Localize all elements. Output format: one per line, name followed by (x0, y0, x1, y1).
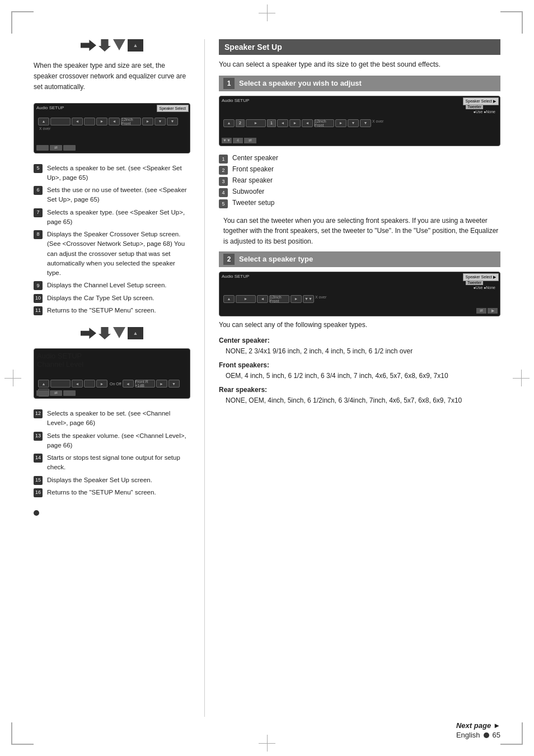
left-list-item: 5Selects a speaker to be set. (see <Spea… (34, 164, 190, 183)
speaker-badge: 4 (219, 188, 228, 197)
ctrl-btn: ▼ (168, 380, 180, 388)
step2-device-mockup: Audio SETUP Speaker Select ▶ Tweeter ●Us… (219, 272, 500, 316)
section-intro: You can select a speaker type and its si… (219, 59, 500, 70)
step1-device-label: Audio SETUP (222, 98, 249, 103)
ctrl-btn-s1: ▼ (348, 119, 359, 127)
icons-row-2: ▲ (34, 327, 190, 339)
item-text: Displays the Channel Level Setup screen. (47, 281, 167, 290)
item-badge: 6 (34, 186, 43, 195)
crosshair-right (513, 370, 530, 386)
ctrl-btn-s1: ► (246, 119, 266, 127)
ctrl-btn-s2: ▼▼ (303, 295, 314, 303)
item-text: Sets the speaker volume. (see <Channel L… (47, 431, 190, 451)
item-text: Selects a speaker to be set. (see <Speak… (47, 164, 190, 183)
speaker-type-values: OEM, 4 inch, 5 inch, 6 1/2 inch, 6 3/4 i… (219, 371, 500, 381)
item-badge: 13 (34, 432, 43, 441)
ctrl-btn: ◄ (109, 118, 120, 125)
ctrl-btn-s1: 12inch Front (314, 119, 334, 127)
item-badge: 14 (34, 454, 43, 463)
item-badge: 10 (34, 294, 43, 303)
speaker-type-values: NONE, OEM, 4inch, 5inch, 6 1/2inch, 6 3/… (219, 395, 500, 406)
left-list-item: 13Sets the speaker volume. (see <Channel… (34, 431, 190, 451)
ctrl-btn: 12inch Front (121, 118, 141, 125)
page-number: 65 (493, 731, 500, 739)
item-text: Selects a speaker to be set. (see <Chann… (47, 409, 190, 428)
ctrl-btn: ► (142, 118, 153, 125)
item-text: Selects a speaker type. (see <Speaker Se… (47, 208, 190, 227)
speaker-list-item: 3Rear speaker (219, 176, 500, 186)
step1-device-mockup: Audio SETUP Speaker Select ▶ Tweeter ●Us… (219, 96, 500, 146)
step2-device-label: Audio SETUP (222, 274, 249, 279)
speaker-list-item: 2Front speaker (219, 165, 500, 175)
item-badge: 11 (34, 306, 43, 315)
next-page-arrow: ► (493, 721, 500, 730)
ctrl-btn-s2: ► (291, 295, 302, 303)
speaker-badge: 1 (219, 155, 228, 164)
left-list-item: 8Displays the Speaker Crossover Setup sc… (34, 230, 190, 278)
speaker-types: Center speaker:NONE, 2 3/4x1 9/16 inch, … (219, 332, 500, 407)
ctrl-btn: ▲ (38, 380, 49, 388)
left-intro: When the speaker type and size are set, … (34, 60, 190, 93)
item-text: Starts or stops test signal tone output … (47, 453, 190, 473)
ctrl-btn (84, 380, 95, 388)
item-badge: 9 (34, 281, 43, 290)
left-list-item: 14Starts or stops test signal tone outpu… (34, 453, 190, 473)
item-text: Returns to the "SETUP Menu" screen. (47, 488, 156, 497)
device-mockup-2: Audio SETUP Channel Level ▲ ◄ ► On Off ◄… (34, 348, 190, 399)
ctrl-btn: ▲ (38, 118, 49, 125)
ctrl-btn-s1: ▼ (360, 119, 371, 127)
item-text: Displays the Speaker Set Up screen. (47, 475, 152, 485)
speaker-list-item: 1Center speaker (219, 154, 500, 164)
ctrl-btn-s1: ◄ (277, 119, 288, 127)
step1-number: 1 (223, 78, 235, 89)
ctrl-btn: ◄ (72, 118, 83, 125)
speaker-badge: 2 (219, 166, 228, 175)
ctrl-btn-s1: ► (289, 119, 301, 127)
corner-mark-tl (11, 11, 34, 34)
step2-number: 2 (223, 254, 235, 265)
ctrl-btn-s1: ► (335, 119, 346, 127)
section-header: Speaker Set Up (219, 39, 500, 55)
ctrl-btn: ◄ (72, 380, 83, 388)
left-list-item: 16Returns to the "SETUP Menu" screen. (34, 488, 190, 497)
right-column: Speaker Set Up You can select a speaker … (219, 39, 500, 717)
left-items-2: 12Selects a speaker to be set. (see <Cha… (34, 409, 190, 500)
left-column: ▲ When the speaker type and size are set… (34, 39, 190, 717)
ctrl-btn-s2: ◄ (257, 295, 268, 303)
speaker-badge: 5 (219, 199, 228, 208)
item-text: Displays the Speaker Crossover Setup scr… (47, 230, 190, 278)
ctrl-btn: ▼ (154, 118, 166, 125)
device1-label: Audio SETUP (36, 105, 64, 110)
page-number-line: English 65 (456, 731, 500, 739)
step1-speakers: 1Center speaker2Front speaker3Rear speak… (219, 154, 500, 210)
ctrl-btn-s1: ◄ (302, 119, 313, 127)
left-list-item: 15Displays the Speaker Set Up screen. (34, 475, 190, 485)
ctrl-btn-s2: ► (236, 295, 256, 303)
speaker-type-values: NONE, 2 3/4x1 9/16 inch, 2 inch, 4 inch,… (219, 346, 500, 357)
step1-title: Select a speaker you wish to adjust (239, 79, 362, 87)
ctrl-btn: ▼ (167, 118, 178, 125)
left-list-item: 7Selects a speaker type. (see <Speaker S… (34, 208, 190, 227)
corner-mark-tr (500, 11, 523, 34)
speaker-type-header: Rear speakers: (219, 385, 500, 395)
speaker-badge: 3 (219, 177, 228, 186)
item-text: Returns to the "SETUP Menu" screen. (47, 306, 156, 315)
ctrl-btn (50, 118, 71, 125)
section-bullet (34, 510, 39, 516)
ctrl-btn (84, 118, 95, 125)
corner-mark-br (500, 722, 523, 745)
step2-intro: You can select any of the following spea… (219, 321, 500, 329)
speaker-type-header: Center speaker: (219, 335, 500, 346)
ctrl-btn: ► (96, 380, 107, 388)
item-badge: 12 (34, 409, 43, 418)
ctrl-btn: ► (156, 380, 167, 388)
speaker-list-item: 4Subwoofer (219, 188, 500, 197)
speaker-label: Rear speaker (232, 176, 273, 184)
device-mockup-1: Audio SETUP Speaker Select ▲ ◄ ► ◄ 12inc… (34, 103, 190, 153)
ctrl-btn: ◄ (123, 380, 134, 388)
device1-popup: Speaker Select (157, 105, 189, 112)
ctrl-btn: ► (96, 118, 107, 125)
device2-label: Audio SETUP (37, 352, 187, 360)
item-text: Displays the Car Type Set Up screen. (47, 293, 154, 303)
column-divider (204, 39, 205, 717)
